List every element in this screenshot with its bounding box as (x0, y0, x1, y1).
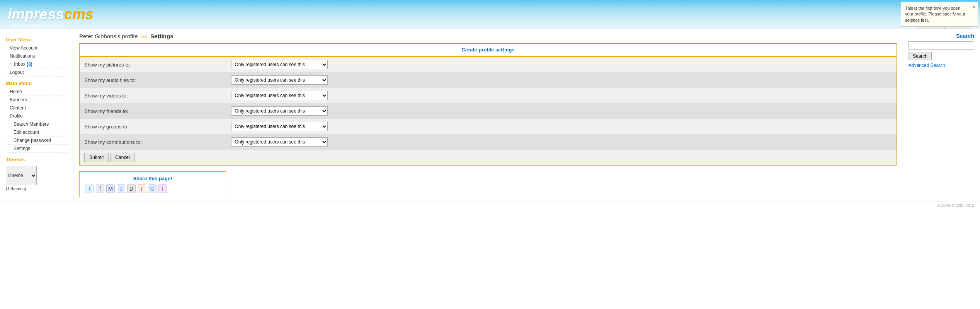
settings-row: Show my groups to:Only registered users … (80, 119, 897, 134)
sidebar-item-edit-account[interactable]: Edit account (6, 128, 68, 137)
sidebar-item-inbox[interactable]: ↑ Inbox (3) (6, 60, 68, 68)
settings-table: Create profile settings Show my pictures… (79, 43, 897, 166)
share-icon-google[interactable]: G (148, 184, 157, 193)
settings-value-cell: Only registered users can see thisEveryo… (226, 56, 897, 73)
breadcrumb-separator: »» (141, 33, 147, 39)
settings-value-cell: Only registered users can see thisEveryo… (226, 119, 897, 134)
sidebar-item-logout[interactable]: Logout (6, 68, 68, 77)
settings-select[interactable]: Only registered users can see thisEveryo… (231, 106, 328, 116)
inbox-label: Inbox (14, 61, 25, 67)
sidebar-item-change-password[interactable]: Change password (6, 137, 68, 145)
themes-title: Themes (6, 157, 68, 162)
share-section: Share this page! tfMdDrGi (79, 171, 226, 197)
advanced-search-link[interactable]: Advanced Search (909, 63, 945, 68)
inbox-count: (3) (27, 61, 32, 67)
settings-select[interactable]: Only registered users can see thisEveryo… (231, 75, 328, 85)
logo-area: impresscms make a lasting impression (8, 6, 94, 29)
share-icon-delicious[interactable]: d (117, 184, 125, 193)
share-icon-yahoo[interactable]: i (158, 184, 167, 193)
sidebar-item-content[interactable]: Content (6, 104, 68, 112)
settings-button-row: SubmitCancel (80, 150, 897, 166)
breadcrumb-current: Settings (150, 33, 173, 39)
settings-select-last[interactable]: Only registered users can see thisEveryo… (231, 137, 328, 147)
search-sidebar: Search Search Advanced Search (903, 29, 980, 201)
submit-button[interactable]: Submit (84, 153, 109, 162)
sidebar-item-notifications[interactable]: Notifications (6, 52, 68, 60)
search-title: Search (909, 33, 974, 39)
settings-label: Show my audio files to: (80, 72, 226, 88)
sidebar-item-banners[interactable]: Banners (6, 96, 68, 104)
settings-label: Show my friends to: (80, 103, 226, 119)
sidebar-item-settings[interactable]: Settings (6, 145, 68, 153)
sidebar-item-view-account[interactable]: View Account (6, 44, 68, 52)
settings-row: Show my contributions to:Only registered… (80, 134, 897, 150)
footer: XOOPS © 2001-2012 (0, 201, 980, 210)
settings-label: Show my groups to: (80, 119, 226, 134)
search-input[interactable] (909, 41, 974, 50)
share-icons: tfMdDrGi (85, 184, 220, 193)
main-menu-title: Main Menu (6, 80, 68, 86)
tooltip-close-button[interactable]: × (973, 4, 975, 10)
themes-count: (1 themes) (6, 186, 68, 191)
settings-value-cell: Only registered users can see thisEveryo… (226, 88, 897, 103)
share-icon-facebook[interactable]: f (96, 184, 104, 193)
sidebar: User Menu View Account Notifications ↑ I… (0, 29, 73, 201)
main-layout: User Menu View Account Notifications ↑ I… (0, 29, 980, 201)
logo-cms: cms (64, 6, 94, 23)
breadcrumb-profile: Peter Gibbons's profile (79, 33, 138, 39)
share-title: Share this page! (85, 176, 220, 181)
settings-button-cell: SubmitCancel (80, 150, 897, 166)
settings-value-cell: Only registered users can see thisEveryo… (226, 134, 897, 150)
settings-label: Show my pictures to: (80, 56, 226, 73)
share-icon-digg[interactable]: D (127, 184, 136, 193)
settings-tbody: Show my pictures to:Only registered user… (80, 56, 897, 166)
settings-row: Show my friends to:Only registered users… (80, 103, 897, 119)
main-content: Peter Gibbons's profile »» Settings Crea… (73, 29, 903, 201)
share-icon-reddit[interactable]: r (138, 184, 146, 193)
inbox-arrow-icon: ↑ (10, 61, 13, 67)
settings-row: Show my pictures to:Only registered user… (80, 56, 897, 73)
settings-value-cell: Only registered users can see thisEveryo… (226, 103, 897, 119)
themes-select[interactable]: iTheme (6, 166, 37, 185)
user-menu-title: User Menu (6, 37, 68, 43)
settings-value-cell: Only registered users can see thisEveryo… (226, 72, 897, 88)
cancel-button[interactable]: Cancel (110, 153, 134, 162)
table-header: Create profile settings (80, 44, 897, 56)
settings-label: Show my contributions to: (80, 134, 226, 150)
logo-impress: impress (8, 6, 64, 23)
tooltip-text: This is the first time you open your pro… (905, 6, 965, 22)
settings-label: Show my videos to: (80, 88, 226, 103)
share-icon-myspace[interactable]: M (106, 184, 115, 193)
settings-select[interactable]: Only registered users can see thisEveryo… (231, 60, 328, 69)
breadcrumb: Peter Gibbons's profile »» Settings (79, 33, 897, 39)
settings-select[interactable]: Only registered users can see thisEveryo… (231, 91, 328, 100)
settings-select[interactable]: Only registered users can see thisEveryo… (231, 122, 328, 131)
logo-tagline: make a lasting impression (10, 23, 94, 28)
settings-row: Show my audio files to:Only registered u… (80, 72, 897, 88)
sidebar-item-profile[interactable]: Profile (6, 112, 68, 120)
sidebar-item-home[interactable]: Home (6, 88, 68, 96)
footer-text: XOOPS © 2001-2012 (937, 203, 974, 208)
sidebar-item-search-members[interactable]: Search Members (6, 120, 68, 128)
tooltip-box: This is the first time you open your pro… (901, 2, 978, 27)
search-button[interactable]: Search (909, 52, 932, 60)
logo-text: impresscms (8, 6, 94, 23)
settings-row: Show my videos to:Only registered users … (80, 88, 897, 103)
header: impresscms make a lasting impression Hom… (0, 0, 980, 29)
share-icon-twitter[interactable]: t (85, 184, 94, 193)
